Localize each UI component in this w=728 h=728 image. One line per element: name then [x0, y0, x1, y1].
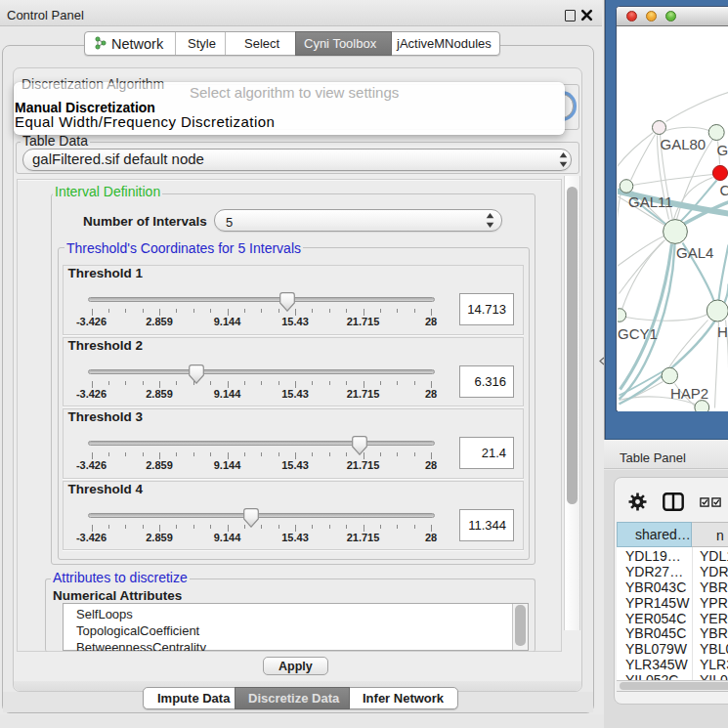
svg-text:G.: G. — [716, 141, 728, 157]
svg-text:GAL80: GAL80 — [660, 135, 706, 151]
svg-text:GCY1: GCY1 — [618, 324, 658, 341]
svg-text:HAP2: HAP2 — [670, 384, 708, 401]
svg-text:GAL4: GAL4 — [676, 243, 713, 260]
svg-text:H: H — [717, 323, 728, 340]
svg-text:C.: C. — [719, 181, 728, 197]
svg-text:GAL11: GAL11 — [628, 193, 673, 209]
